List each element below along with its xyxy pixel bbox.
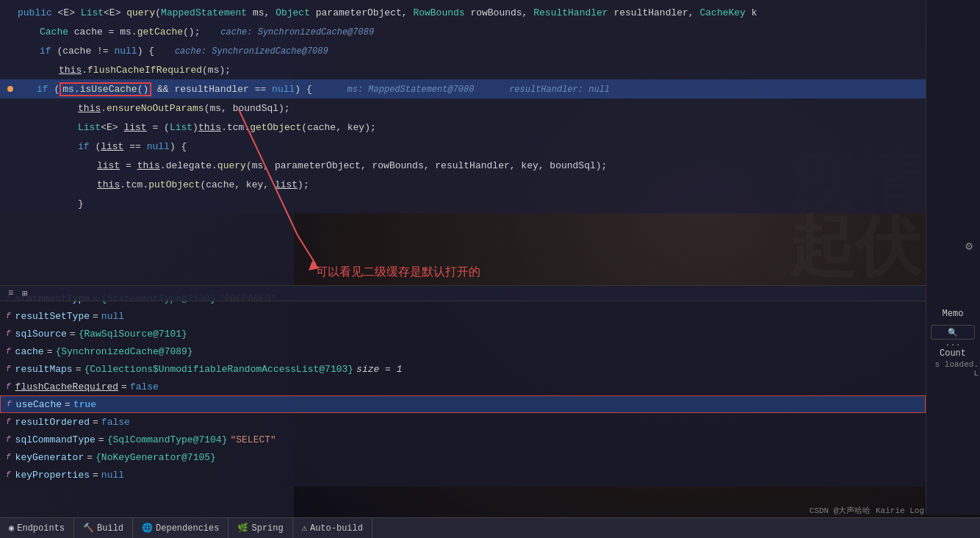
build-label: Build: [97, 523, 123, 534]
code-line-4: this.flushCacheIfRequired(ms);: [0, 60, 926, 79]
var-resultMaps[interactable]: f resultMaps = {Collections$Unmodifiable…: [0, 360, 926, 378]
build-icon: 🔨: [83, 523, 94, 534]
code-line-5-highlighted: if (ms.isUseCache() && resultHandler == …: [0, 79, 926, 98]
gear-icon[interactable]: ⚙: [965, 239, 973, 254]
csdn-watermark: CSDN @大声哈哈 Kairie Log: [810, 505, 924, 516]
bottom-tabs-bar: ◉ Endpoints 🔨 Build 🌐 Dependencies 🌿 Spr…: [0, 517, 980, 538]
code-line-8: if (list == null) {: [0, 137, 926, 156]
line-indicator-3: [7, 48, 13, 54]
endpoints-label: Endpoints: [17, 523, 65, 534]
line-indicator-2: [7, 29, 13, 35]
code-line-9: list = this.delegate.query(ms, parameter…: [0, 156, 926, 175]
line-indicator-4: [7, 67, 13, 73]
line-indicator-5: [7, 86, 13, 92]
line-indicator-8: [7, 143, 13, 149]
tab-dependencies[interactable]: 🌐 Dependencies: [133, 518, 228, 538]
var-resultSetType[interactable]: f resultSetType = null: [0, 307, 926, 325]
var-sqlSource[interactable]: f sqlSource = {RawSqlSource@7101}: [0, 325, 926, 342]
spring-label: Spring: [251, 523, 283, 534]
toolbar-grid-icon[interactable]: ⊞: [20, 288, 29, 299]
count-ellipsis: ...: [926, 338, 980, 348]
count-section: ... Count: [926, 338, 980, 359]
memo-search-box[interactable]: 🔍: [931, 325, 975, 340]
dependencies-icon: 🌐: [142, 523, 153, 534]
memo-section: Memo 🔍: [926, 307, 980, 340]
search-icon: 🔍: [948, 328, 958, 337]
var-useCache[interactable]: f useCache = true: [0, 395, 926, 413]
tab-spring[interactable]: 🌿 Spring: [228, 518, 292, 538]
line-indicator-7: [7, 124, 13, 130]
toolbar-strip: ≡ ⊞: [0, 285, 926, 301]
endpoints-icon: ◉: [9, 523, 14, 534]
line-indicator-9: [7, 162, 13, 168]
var-resultOrdered[interactable]: f resultOrdered = false: [0, 413, 926, 431]
field-icon-4: f: [6, 347, 11, 356]
toolbar-menu-icon[interactable]: ≡: [6, 288, 15, 298]
code-line-1: public <E> List<E> query(MappedStatement…: [0, 3, 926, 22]
tab-build[interactable]: 🔨 Build: [74, 518, 133, 538]
line-indicator-1: [7, 10, 13, 15]
var-flushCacheRequired[interactable]: f flushCacheRequired = false: [0, 378, 926, 395]
variables-panel: f statementType = {StatementType@7100} "…: [0, 287, 926, 487]
tab-auto-build[interactable]: ⚠ Auto-build: [293, 518, 372, 538]
memo-label: Memo: [938, 307, 968, 320]
var-keyProperties[interactable]: f keyProperties = null: [0, 466, 926, 484]
field-icon-6: f: [6, 382, 11, 391]
count-label: Count: [926, 348, 980, 359]
code-line-7: List<E> list = (List)this.tcm.getObject(…: [0, 118, 926, 137]
field-icon-3: f: [6, 329, 11, 338]
loaded-text: s loaded. L: [926, 360, 979, 378]
field-icon-11: f: [6, 470, 11, 479]
code-line-3: if (cache != null) { cache: Synchronized…: [0, 41, 926, 60]
tab-endpoints[interactable]: ◉ Endpoints: [0, 518, 74, 538]
field-icon-8: f: [6, 417, 11, 426]
code-line-10: this.tcm.putObject(cache, key, list);: [0, 175, 926, 194]
field-icon-9: f: [6, 435, 11, 444]
line-indicator-6: [7, 105, 13, 111]
auto-build-icon: ⚠: [302, 523, 307, 534]
code-line-2: Cache cache = ms.getCache(); cache: Sync…: [0, 22, 926, 41]
field-icon-2: f: [6, 312, 11, 320]
auto-build-label: Auto-build: [310, 523, 363, 534]
line-indicator-10: [7, 182, 13, 187]
var-cache[interactable]: f cache = {SynchronizedCache@7089}: [0, 342, 926, 360]
spring-icon: 🌿: [237, 523, 248, 534]
field-icon-10: f: [6, 453, 11, 462]
line-indicator-11: [7, 201, 13, 207]
field-icon-7: f: [7, 400, 12, 409]
var-sqlCommandType[interactable]: f sqlCommandType = {SqlCommandType@7104}…: [0, 431, 926, 448]
field-icon-5: f: [6, 365, 11, 373]
var-keyGenerator[interactable]: f keyGenerator = {NoKeyGenerator@7105}: [0, 448, 926, 466]
annotation-chinese: 可以看见二级缓存是默认打开的: [316, 265, 480, 280]
right-panel: ⚙ Memo 🔍 ... Count s loaded. L: [926, 0, 980, 514]
code-line-11: }: [0, 194, 926, 213]
code-line-6: this.ensureNoOutParams(ms, boundSql);: [0, 98, 926, 118]
code-section: public <E> List<E> query(MappedStatement…: [0, 0, 926, 213]
dependencies-label: Dependencies: [156, 523, 219, 534]
